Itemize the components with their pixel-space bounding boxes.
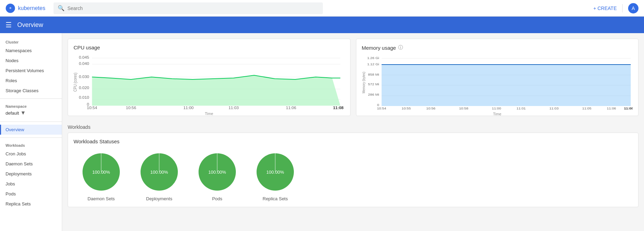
workloads-section-heading: Workloads <box>68 122 638 133</box>
svg-text:0: 0 <box>377 103 379 107</box>
svg-text:⎈: ⎈ <box>9 6 11 10</box>
svg-text:1.12 Gi: 1.12 Gi <box>367 62 379 66</box>
pie-charts-row: 100.00% Daemon Sets 100.00% Deployments <box>74 151 633 201</box>
logo-area: ⎈ kubernetes <box>6 3 45 13</box>
cluster-section-label: Cluster <box>0 37 62 46</box>
chevron-down-icon: ▼ <box>20 110 26 116</box>
main-layout: Cluster Namespaces Nodes Persistent Volu… <box>0 33 644 231</box>
svg-text:11:03: 11:03 <box>549 107 558 110</box>
memory-title-text: Memory usage <box>362 45 396 51</box>
pie-item-daemon-sets: 100.00% Daemon Sets <box>80 151 122 201</box>
svg-text:11:08: 11:08 <box>333 106 343 110</box>
nav-divider <box>622 4 623 12</box>
workloads-card-title: Workloads Statuses <box>74 138 633 144</box>
cpu-chart-card: CPU usage 0.045 0.040 0.030 0.020 0.010 … <box>68 39 350 116</box>
user-avatar[interactable]: A <box>628 3 638 13</box>
cpu-chart-container: 0.045 0.040 0.030 0.020 0.010 0 CPU (cor… <box>74 55 345 110</box>
svg-text:11:05: 11:05 <box>582 107 591 110</box>
sidebar-item-namespaces[interactable]: Namespaces <box>0 46 62 56</box>
pie-svg-pods <box>196 151 238 193</box>
svg-text:11:00: 11:00 <box>492 107 501 110</box>
workloads-card: Workloads Statuses 100.00% Daemon Sets <box>68 133 638 207</box>
sidebar-item-replica-sets[interactable]: Replica Sets <box>0 199 62 209</box>
workloads-section-label: Workloads <box>0 141 62 149</box>
memory-chart-svg: 1.26 Gi 1.12 Gi 858 Mi 572 Mi 286 Mi 0 M… <box>362 55 633 110</box>
sidebar-item-deployments[interactable]: Deployments <box>0 169 62 179</box>
svg-text:0.040: 0.040 <box>79 62 89 66</box>
pie-label-deployments: Deployments <box>146 196 172 201</box>
namespace-value: default <box>6 110 19 116</box>
search-input[interactable] <box>67 6 319 11</box>
pie-svg-deployments <box>138 151 180 193</box>
svg-text:Memory (bytes): Memory (bytes) <box>362 72 366 93</box>
hamburger-menu-icon[interactable]: ☰ <box>6 21 12 29</box>
sidebar-item-jobs[interactable]: Jobs <box>0 179 62 189</box>
sidebar-item-roles[interactable]: Roles <box>0 76 62 86</box>
svg-text:0.020: 0.020 <box>79 86 89 90</box>
svg-marker-14 <box>92 75 340 106</box>
pie-daemon-sets: 100.00% <box>80 151 122 193</box>
svg-text:11:03: 11:03 <box>229 106 239 110</box>
namespace-select[interactable]: default ▼ <box>6 110 56 116</box>
top-nav-bar: ⎈ kubernetes 🔍 + CREATE A <box>0 0 644 17</box>
search-bar[interactable]: 🔍 <box>54 2 323 14</box>
svg-text:858 Mi: 858 Mi <box>368 73 379 76</box>
pie-label-replica-sets: Replica Sets <box>263 196 288 201</box>
sidebar-item-overview[interactable]: Overview <box>0 125 62 135</box>
kubernetes-logo: ⎈ <box>6 3 15 13</box>
pie-deployments: 100.00% <box>138 151 180 193</box>
memory-chart-card: Memory usage ⓘ 1.26 Gi 1.12 Gi 858 Mi 57… <box>356 39 639 116</box>
svg-text:11:00: 11:00 <box>183 106 194 110</box>
svg-marker-33 <box>382 65 631 106</box>
svg-text:10:54: 10:54 <box>377 107 386 110</box>
svg-text:11:06: 11:06 <box>607 107 616 110</box>
create-button[interactable]: + CREATE <box>593 6 617 11</box>
cpu-title-text: CPU usage <box>74 45 100 50</box>
svg-text:286 Mi: 286 Mi <box>368 93 379 96</box>
svg-text:0.045: 0.045 <box>79 56 89 59</box>
cpu-chart-title: CPU usage <box>74 45 345 50</box>
sidebar-item-pods[interactable]: Pods <box>0 189 62 199</box>
search-icon: 🔍 <box>58 5 65 11</box>
memory-x-label: Time <box>362 112 633 116</box>
pie-item-deployments: 100.00% Deployments <box>138 151 180 201</box>
svg-text:1.26 Gi: 1.26 Gi <box>367 56 379 60</box>
sidebar-divider-3 <box>0 137 62 138</box>
app-name: kubernetes <box>18 5 45 11</box>
sidebar-item-daemon-sets[interactable]: Daemon Sets <box>0 159 62 169</box>
sidebar-item-storage-classes[interactable]: Storage Classes <box>0 86 62 96</box>
pie-item-replica-sets: 100.00% Replica Sets <box>254 151 296 201</box>
top-right-actions: + CREATE A <box>593 3 638 13</box>
svg-text:11:08: 11:08 <box>624 107 633 110</box>
sidebar-divider-2 <box>0 122 62 122</box>
svg-text:CPU (cores): CPU (cores) <box>74 73 78 92</box>
svg-text:11:06: 11:06 <box>286 106 296 110</box>
sidebar: Cluster Namespaces Nodes Persistent Volu… <box>0 33 62 231</box>
svg-text:10:56: 10:56 <box>126 106 136 110</box>
cpu-chart-svg: 0.045 0.040 0.030 0.020 0.010 0 CPU (cor… <box>74 55 345 110</box>
charts-row: CPU usage 0.045 0.040 0.030 0.020 0.010 … <box>68 39 638 116</box>
memory-chart-title: Memory usage ⓘ <box>362 45 633 51</box>
svg-text:10:58: 10:58 <box>459 107 468 110</box>
sidebar-divider <box>0 98 62 99</box>
svg-text:11:01: 11:01 <box>516 107 526 110</box>
pie-svg-replica-sets <box>254 151 296 193</box>
svg-text:10:55: 10:55 <box>401 107 411 110</box>
svg-text:572 Mi: 572 Mi <box>368 83 379 86</box>
main-content: CPU usage 0.045 0.040 0.030 0.020 0.010 … <box>62 33 644 231</box>
pie-label-pods: Pods <box>212 196 222 201</box>
pie-pods: 100.00% <box>196 151 238 193</box>
pie-item-pods: 100.00% Pods <box>196 151 238 201</box>
sidebar-item-cron-jobs[interactable]: Cron Jobs <box>0 149 62 159</box>
sidebar-item-persistent-volumes[interactable]: Persistent Volumes <box>0 66 62 76</box>
header-bar: ☰ Overview <box>0 17 644 33</box>
namespace-section: Namespace default ▼ <box>0 102 62 119</box>
pie-replica-sets: 100.00% <box>254 151 296 193</box>
svg-text:10:56: 10:56 <box>426 107 435 110</box>
page-title: Overview <box>17 21 43 29</box>
svg-text:0.010: 0.010 <box>79 96 89 99</box>
cpu-x-label: Time <box>74 112 345 116</box>
sidebar-item-nodes[interactable]: Nodes <box>0 56 62 66</box>
namespace-label: Namespace <box>6 104 56 108</box>
pie-label-daemon-sets: Daemon Sets <box>88 196 115 201</box>
